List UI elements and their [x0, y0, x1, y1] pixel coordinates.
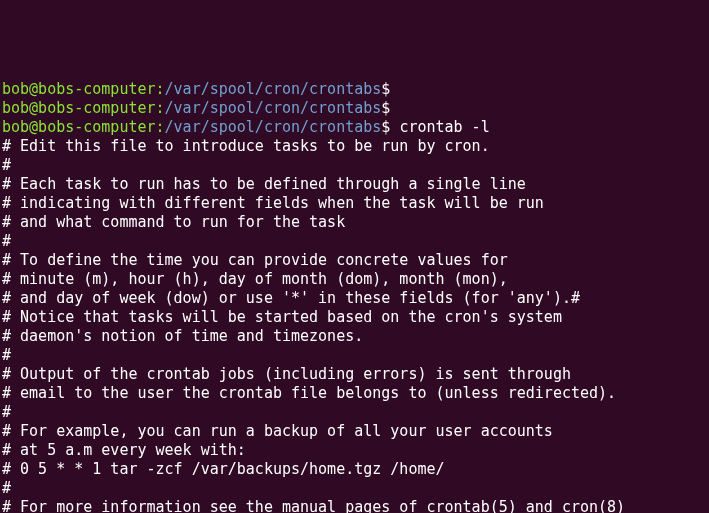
prompt-user-host: bob@bobs-computer: [2, 99, 156, 117]
prompt-path: /var/spool/cron/crontabs: [165, 99, 382, 117]
prompt-line-2: bob@bobs-computer:/var/spool/cron/cronta…: [2, 99, 707, 118]
prompt-colon: :: [156, 118, 165, 136]
output-line: #: [2, 156, 707, 175]
output-line: # Each task to run has to be defined thr…: [2, 175, 707, 194]
prompt-user-host: bob@bobs-computer: [2, 80, 156, 98]
output-line: # daemon's notion of time and timezones.: [2, 327, 707, 346]
output-line: # at 5 a.m every week with:: [2, 441, 707, 460]
output-line: # 0 5 * * 1 tar -zcf /var/backups/home.t…: [2, 460, 707, 479]
output-line: # Notice that tasks will be started base…: [2, 308, 707, 327]
output-line: #: [2, 479, 707, 498]
prompt-line-3: bob@bobs-computer:/var/spool/cron/cronta…: [2, 118, 707, 137]
command-text: crontab -l: [399, 118, 489, 136]
output-line: #: [2, 232, 707, 251]
output-line: # and day of week (dow) or use '*' in th…: [2, 289, 707, 308]
output-line: # minute (m), hour (h), day of month (do…: [2, 270, 707, 289]
prompt-dollar: $: [381, 99, 390, 117]
prompt-user-host: bob@bobs-computer: [2, 118, 156, 136]
output-line: # email to the user the crontab file bel…: [2, 384, 707, 403]
output-line: # For example, you can run a backup of a…: [2, 422, 707, 441]
prompt-dollar: $: [381, 118, 399, 136]
output-line: # Output of the crontab jobs (including …: [2, 365, 707, 384]
prompt-line-1: bob@bobs-computer:/var/spool/cron/cronta…: [2, 80, 707, 99]
prompt-colon: :: [156, 80, 165, 98]
output-line: #: [2, 346, 707, 365]
prompt-dollar: $: [381, 80, 390, 98]
output-line: # Edit this file to introduce tasks to b…: [2, 137, 707, 156]
output-line: # For more information see the manual pa…: [2, 498, 707, 513]
output-line: #: [2, 403, 707, 422]
output-line: # and what command to run for the task: [2, 213, 707, 232]
prompt-colon: :: [156, 99, 165, 117]
prompt-path: /var/spool/cron/crontabs: [165, 118, 382, 136]
prompt-path: /var/spool/cron/crontabs: [165, 80, 382, 98]
output-line: # To define the time you can provide con…: [2, 251, 707, 270]
terminal-content[interactable]: bob@bobs-computer:/var/spool/cron/cronta…: [2, 80, 707, 513]
output-line: # indicating with different fields when …: [2, 194, 707, 213]
